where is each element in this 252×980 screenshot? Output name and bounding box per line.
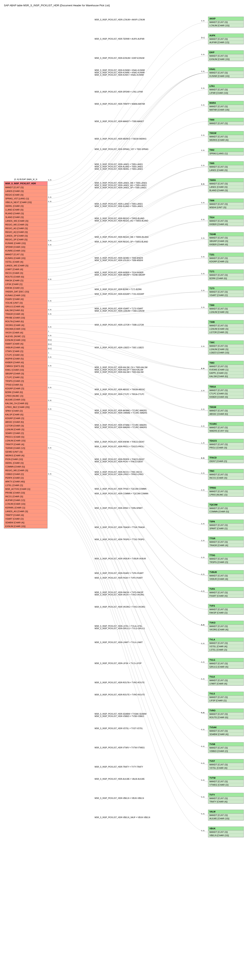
edge-label: MSR_S_INSP_PICKLIST_HDR-KNFAK = TFACD-ID… [94,441,145,443]
table-row: KNUMA [CHAR (10)] [4,327,47,331]
table-t173: T173MANDT [CLNT (3)]VSART [CHAR (2)] [208,286,244,297]
cardinality-right: 0..N [201,729,204,730]
table-row: PERFK [CHAR (2)] [4,476,47,480]
table-row: INCO1 [CHAR (3)] [4,495,47,498]
cardinality-right: 0..N [201,779,204,781]
table-row: BZIRK [CHAR (6)] [4,390,47,394]
table-row: LSTEL [CHAR (2)] [208,648,244,652]
edge-label: MSR_S_INSP_PICKLIST_HDR-TRMTP = MARA-MAT… [94,103,145,105]
table-row: KKBER [CHAR (4)] [208,243,244,246]
edge-label: MSR_S_INSP_PICKLIST_HDR-LGBZO = T30C-LGB… [94,347,144,349]
table-row: CTLPC [CHAR (3)] [4,375,47,379]
table-header: T005S [208,178,244,182]
cardinality-right: 0..N [201,202,204,204]
edge-label: MSR_S_INSP_PICKLIST_HDR-LAND1 = T005-LAN… [94,163,143,165]
cardinality-right: 0..N [201,643,204,644]
table-row: MANDT [CLNT (3)] [208,591,244,594]
table-row: MANDT [CLNT (3)] [208,641,244,645]
table-tvko: TVKOMANDT [CLNT (3)]VKORG [CHAR (4)] [208,621,244,632]
cardinality-right: 1..N [201,442,204,444]
table-row: HERKL [CHAR (3)] [4,461,47,465]
cardinality-right: 0..N [201,457,204,459]
table-row: INCO1 [CHAR (3)] [208,476,244,480]
cardinality-right: 0..N [201,813,204,815]
table-row: PION [CHAR (10)] [4,457,47,461]
cardinality-right: 0..N [201,368,204,369]
cardinality-right: 0..N [201,489,204,491]
table-row: MANDT [CLNT (3)] [208,490,244,493]
table-row: BZIRK [CHAR (6)] [208,277,244,280]
table-row: VSTEL [CHAR (4)] [208,766,244,770]
table-row: MANDT [CLNT (3)] [208,625,244,628]
cardinality-left: 0..N [48,408,51,410]
table-header: VALW [208,810,244,814]
edge-label: MSR_S_INSP_PICKLIST_HDR-VBELN = VBUK-VBE… [94,797,144,799]
table-row: REGIO_SP [CHAR (3)] [4,238,47,242]
edge-label: MSR_S_INSP_PICKLIST_HDR-AKWAE = TCURC-WA… [94,409,147,412]
table-row: TRSPG [CHAR (2)] [208,560,244,564]
cardinality-right: 0..N [201,54,204,56]
table-row: MANDT [CLNT (3)] [208,274,244,277]
table-row: TRATY [CHAR (4)] [208,800,244,803]
table-row: LGBZO [CHAR (10)] [208,351,244,354]
table-header: T002 [208,148,244,152]
edge-label: MSR_S_INSP_PICKLIST_HDR-TRATY = TVTY-TRA… [94,766,144,768]
table-row: KNKLI [CHAR (10)] [4,368,47,372]
table-header: TINC [208,469,244,473]
table-row: MANDT [CLNT (3)] [208,54,244,57]
table-row: KUNWE [CHAR (10)] [4,242,47,245]
table-row: MANDT [CLNT (3)] [208,182,244,185]
table-row: AUFNR [CHAR (12)] [4,498,47,502]
edge-label: MSR_S_INSP_PICKLIST_HDR-ROUTE = TVRO-ROU… [94,694,145,696]
table-row: MANDT [CLNT (3)] [208,443,244,446]
cardinality-right: 0..N [201,104,204,106]
table-row: SPRAS_VST [LANG (1)] [4,197,47,200]
left-table-header: MSR_S_INSP_PICKLIST_HDR [4,181,47,186]
edge-label: MSR_S_INSP_PICKLIST_HDR-REGIO_WE = T005S… [94,236,149,238]
edge-label: MSR_S_INSP_PICKLIST_HDR-LAND1_SP = T005-… [94,186,147,189]
table-row: MANDT [CLNT (3)] [208,202,244,206]
table-row: MANDT [CLNT (3)] [208,540,244,544]
edge-label: MSR_S_INSP_PICKLIST_HDR-INCO1 = TINC-INC… [94,471,143,473]
cardinality-right: 0..N [201,87,204,89]
table-row: KDGRP [CHAR (2)] [4,387,47,390]
cardinality-right: 0..N [201,306,204,308]
table-header: TDGC5 [208,439,244,443]
table-row: LPRIO [NUMC (2)] [4,394,47,398]
cardinality-left: 0..N [48,387,51,388]
table-row: VSART [CHAR (2)] [4,517,47,521]
table-row: MANDT [CLNT (3)] [208,746,244,749]
edge-label: MSR_S_INSP_PICKLIST_HDR-MANDT = T000-MAN… [94,120,144,123]
table-row: LGNUM [CHAR (3)] [4,428,47,431]
table-header: KNA1 [208,67,244,71]
table-row: VSBED [CHAR (2)] [4,473,47,476]
table-row: MANDT [CLNT (3)] [208,220,244,223]
table-header: T005 [208,162,244,165]
table-row: PROCU [CHAR (5)] [4,435,47,439]
edge-label: MSR_S_INSP_PICKLIST_HDR-VTWIV = TVTW-VTW… [94,746,145,749]
table-row: LGNUM [CHAR (3)] [208,310,244,314]
table-row: VSART [CHAR (2)] [208,294,244,297]
cardinality-left: 0..N [48,244,51,246]
table-row: KALSM [CHAR (6)] [4,309,47,312]
table-header: TVFK [208,587,244,591]
table-t024b: T024BMANDT [CLNT (3)]SBGRP [CHAR (3)]KKB… [208,232,244,247]
table-row: HERKL [CHAR (3)] [4,204,47,208]
cardinality-right: 0..N [201,237,204,239]
table-row: LIFSK [CHAR (2)] [4,282,47,286]
page-title: SAP ABAP table MSR_S_INSP_PICKLIST_HDR {… [4,4,252,7]
edge-label: MSR_S_INSP_PICKLIST_HDR-KUNNR = KNA1-KUN… [94,69,145,72]
table-row: CMNGV [DATS (8)] [4,364,47,368]
table-row: EXNUM [CHAR (10)] [4,338,47,342]
table-row: MANDT [CLNT (3)] [208,679,244,682]
table-t691a: T691AMANDT [CLNT (3)]CTLPC [CHAR (3)]KKB… [208,385,244,399]
table-row: KALSM [CHAR (6)] [208,375,244,378]
table-row: LANDS [CHAR (3)] [4,189,47,193]
table-row: VKBUR [CHAR (4)] [4,346,47,350]
table-t30c: T30CMANDT [CLNT (3)]LGNUM [CHAR (3)]LGBZ… [208,340,244,355]
table-row: KUNRG [CHAR (10)] [4,256,47,260]
cardinality-left: 0..N [48,473,51,475]
table-row: LAND1 [CHAR (3)] [208,169,244,172]
cardinality-right: 0..N [201,523,204,525]
table-row: MANDT [CLNT (3)] [208,523,244,527]
